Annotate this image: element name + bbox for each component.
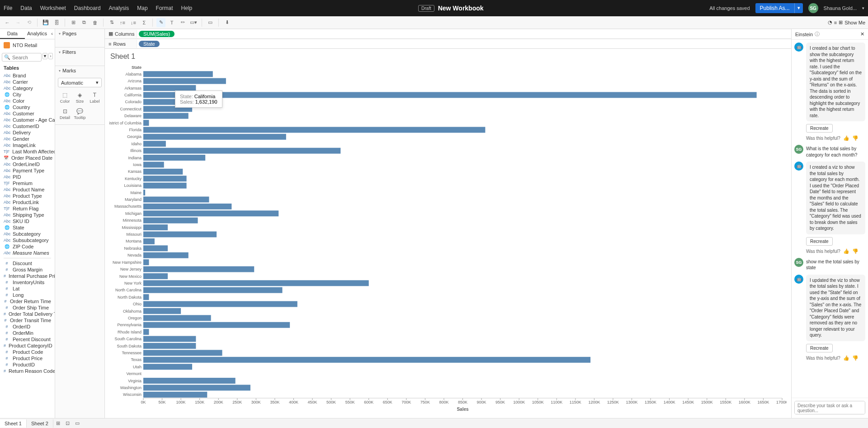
bar[interactable] [143,238,155,244]
bar[interactable] [143,378,236,384]
bar[interactable] [143,294,149,300]
info-icon[interactable]: ⓘ [815,31,820,38]
new-worksheet-icon[interactable]: ⊞ [69,18,78,27]
field-measure[interactable]: #OrderID [0,323,55,330]
field-dimension[interactable]: AbcPID [0,174,55,180]
menu-worksheet[interactable]: Worksheet [40,5,66,11]
duplicate-icon[interactable]: ⧉ [80,18,89,27]
field-dimension[interactable]: AbcCustomer [0,110,55,117]
sheet-tab-1[interactable]: Sheet 1 [0,419,27,428]
sheet-title[interactable]: Sheet 1 [105,49,791,64]
swap-icon[interactable]: ⇅ [107,18,116,27]
undo-icon[interactable]: ← [3,18,12,27]
field-dimension[interactable]: AbcColor [0,98,55,104]
new-datasource-icon[interactable]: 🗄 [52,18,61,27]
bar[interactable] [143,287,283,293]
new-story-button[interactable]: ▭ [72,419,82,428]
field-dimension[interactable]: AbcPayment Type [0,167,55,174]
menu-dashboard[interactable]: Dashboard [74,5,101,11]
bar[interactable] [143,204,231,209]
field-dimension[interactable]: AbcCategory [0,85,55,91]
bar[interactable] [143,106,192,112]
bar[interactable] [143,329,149,335]
thumbs-down-icon[interactable]: 👎 [852,135,859,141]
sort-desc-icon[interactable]: ↓≡ [129,18,138,27]
bar[interactable] [143,343,196,349]
einstein-input[interactable] [794,401,865,414]
marks-color[interactable]: ⬚Color [58,90,72,105]
tab-analytics[interactable]: Analytics [25,29,50,39]
field-measure[interactable]: #Discount [0,260,55,266]
menu-data[interactable]: Data [20,5,32,11]
thumbs-up-icon[interactable]: 👍 [843,355,849,361]
presentation-icon[interactable]: ▭ [206,18,215,27]
thumbs-up-icon[interactable]: 👍 [843,248,849,254]
show-me[interactable]: ◔ ≡ ⊞ Show Me [828,19,865,25]
new-dashboard-button[interactable]: ⊡ [63,419,72,428]
bar[interactable] [143,273,168,279]
thumbs-down-icon[interactable]: 👎 [852,355,859,361]
publish-dropdown[interactable]: ▾ [794,3,803,13]
bar[interactable] [143,210,278,216]
collapse-panel-icon[interactable]: ‹ [49,29,55,39]
marks-label[interactable]: TLabel [88,90,102,105]
field-dimension[interactable]: AbcShipping Type [0,212,55,218]
bar[interactable] [143,350,222,356]
marks-tooltip[interactable]: 💬Tooltip [73,106,87,122]
bar[interactable] [143,85,196,91]
bar[interactable] [143,148,340,154]
fit-dropdown[interactable]: ▭▾ [189,18,198,27]
field-dimension[interactable]: AbcCustomerID [0,123,55,129]
menu-analysis[interactable]: Analysis [109,5,129,11]
bar[interactable] [143,385,250,390]
highlight-icon[interactable]: ✎ [156,18,165,27]
bar[interactable] [143,218,198,224]
bar[interactable] [143,315,211,321]
bar[interactable] [143,197,209,203]
field-dimension[interactable]: AbcBrand [0,72,55,79]
bar[interactable] [143,113,189,119]
field-dimension[interactable]: 🌐Country [0,104,55,110]
search-input[interactable] [12,55,39,60]
field-measure[interactable]: #Order Transit Time [0,317,55,323]
datasource[interactable]: NTO Retail [0,39,55,51]
bar[interactable] [143,259,149,265]
clear-icon[interactable]: 🗑 [90,18,99,27]
field-measure[interactable]: #Product Price [0,355,55,361]
filter-icon[interactable]: ▼ [42,53,47,59]
field-measure[interactable]: #Long [0,292,55,298]
close-icon[interactable]: ✕ [860,31,864,37]
marks-type-dropdown[interactable]: Automatic▾ [58,78,102,87]
field-dimension[interactable]: AbcOrderLineID [0,161,55,167]
chart-container[interactable]: StateAlabamaArizonaArkansasCaliforniaCol… [105,64,791,418]
bar[interactable] [143,141,166,147]
field-dimension[interactable]: 📅Order Placed Date [0,155,55,161]
field-measure[interactable]: #ProductID [0,361,55,368]
field-measure[interactable]: #Return Reason Code [0,368,55,374]
bar[interactable] [143,364,192,370]
bar[interactable] [143,155,205,161]
field-measure[interactable]: #Internal Purchase Price [0,273,55,279]
user-avatar[interactable]: SG [808,3,818,13]
recreate-button[interactable]: Recreate [806,344,833,352]
totals-icon[interactable]: Σ [140,18,149,27]
bar[interactable] [143,120,149,126]
revert-icon[interactable]: ⟲ [24,18,33,27]
pages-card[interactable]: ▾Pages [55,29,104,38]
redo-icon[interactable]: → [14,18,23,27]
save-icon[interactable]: 💾 [41,18,50,27]
field-dimension[interactable]: AbcCustomer - Age Cate... [0,117,55,123]
bar[interactable] [143,280,369,286]
field-measure[interactable]: #InventoryUnits [0,279,55,285]
field-measure[interactable]: #Order Total Delivery T... [0,311,55,317]
field-measure[interactable]: #Product Code [0,349,55,355]
field-dimension[interactable]: AbcProduct Type [0,193,55,199]
filters-card[interactable]: ▾Filters [55,48,104,57]
field-measure[interactable]: #Lat [0,285,55,292]
field-dimension[interactable]: AbcImageLink [0,142,55,148]
menu-format[interactable]: Format [156,5,173,11]
search-fields[interactable]: 🔍 [2,53,42,62]
bar[interactable] [143,190,145,195]
menu-help[interactable]: Help [181,5,193,11]
bar[interactable] [143,245,168,251]
